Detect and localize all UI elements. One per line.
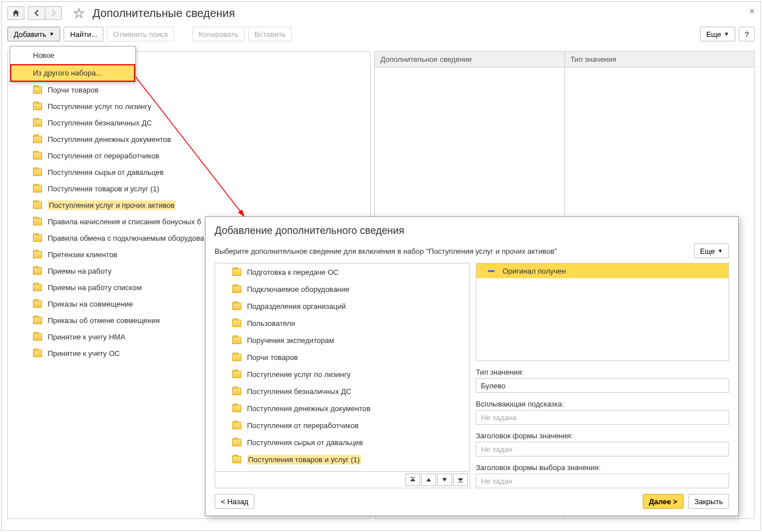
modal-tree-item[interactable]: Поручения экспедиторам (215, 332, 470, 349)
modal-more-label: Еще (700, 247, 715, 255)
nav-forward-button[interactable] (45, 6, 62, 20)
caret-down-icon: ▼ (49, 31, 54, 37)
page-title: Дополнительные сведения (93, 7, 235, 20)
close-modal-button[interactable]: Закрыть (688, 494, 729, 509)
tree-item-label: Претензии клиентов (48, 250, 118, 259)
modal-tree-item[interactable]: Поступления безналичных ДС (215, 383, 470, 400)
arrow-left-icon (34, 10, 40, 16)
tree-item[interactable]: Порчи товаров (8, 82, 370, 98)
tree-item-label: Принятие к учету ОС (48, 349, 120, 358)
modal-tree-item-label: Поступления сырья от давальцев (247, 438, 363, 447)
tooltip-label: Всплывающая подсказка: (476, 400, 729, 408)
tree-item-label: Приемы на работу списком (48, 283, 141, 292)
folder-icon (232, 320, 241, 327)
paste-button: Вставить (248, 27, 292, 41)
form-value-field[interactable] (476, 442, 729, 456)
tree-item-label: Порчи товаров (48, 86, 99, 94)
modal-tree-item-label: Поручения экспедиторам (247, 336, 334, 345)
modal-tree-item[interactable]: Подразделения организаций (215, 298, 470, 315)
folder-icon (232, 422, 241, 429)
modal-tree-item[interactable]: Поступления денежных документов (215, 400, 470, 417)
folder-icon (232, 354, 241, 361)
home-icon (12, 9, 20, 17)
tree-item[interactable]: Поступления товаров и услуг (1) (8, 181, 370, 197)
modal-tree-item-label: Поступления товаров и услуг (1) (247, 455, 361, 464)
tree-item-label: Приказы об отмене совмещения (48, 316, 160, 325)
close-button[interactable]: × (750, 6, 755, 16)
tooltip-field[interactable] (476, 410, 729, 425)
add-dropdown: Новое Из другого набора... (10, 46, 136, 82)
folder-icon (33, 103, 42, 110)
dropdown-item-from-other[interactable]: Из другого набора... (10, 64, 135, 82)
modal-tree-item[interactable]: Порчи товаров (215, 349, 470, 366)
next-button[interactable]: Далее > (643, 494, 684, 509)
dropdown-item-new[interactable]: Новое (10, 47, 135, 64)
tree-item-label: Поступления сырья от давальцев (48, 168, 164, 177)
move-up-button[interactable] (421, 474, 436, 486)
modal-tree-item-label: Поступления денежных документов (247, 404, 370, 413)
form-choice-field[interactable] (476, 474, 729, 488)
tree-item[interactable]: Поступления услуг и прочих активов (8, 197, 370, 213)
folder-icon (232, 337, 241, 344)
tree-item-label: Приемы на работу (48, 267, 111, 275)
folder-icon (33, 218, 42, 225)
folder-icon (33, 119, 42, 127)
modal-tree-item[interactable]: Поступления товаров и услуг (1) (215, 451, 470, 468)
folder-icon (33, 333, 42, 341)
modal-tree-item[interactable]: Подготовка к передаче ОС (215, 263, 470, 280)
tree-item-label: Поступления от переработчиков (48, 152, 160, 160)
order-buttons (215, 471, 470, 488)
modal-more-button[interactable]: Еще▼ (694, 244, 729, 258)
folder-icon (232, 388, 241, 395)
find-button[interactable]: Найти... (64, 27, 103, 41)
add-button[interactable]: Добавить▼ (7, 27, 60, 41)
modal-tree-item[interactable]: Подключаемое оборудование (215, 280, 470, 298)
move-down-button[interactable] (437, 474, 452, 486)
caret-down-icon: ▼ (724, 31, 729, 37)
form-value-label: Заголовок формы значения: (476, 432, 729, 440)
cancel-search-button: Отменить поиск (107, 27, 174, 41)
folder-icon (33, 284, 42, 291)
modal-tree-item-label: Пользователи (247, 319, 295, 328)
nav-back-button[interactable] (28, 6, 45, 20)
selected-item-row[interactable]: Оригинал получен (476, 263, 728, 278)
tree-item-label: Правила обмена с подключаемым оборудова (48, 234, 204, 242)
move-top-icon (410, 477, 416, 483)
move-top-button[interactable] (405, 474, 420, 486)
back-button[interactable]: < Назад (215, 494, 254, 509)
type-label: Тип значения: (476, 368, 729, 376)
modal-tree-list: Подготовка к передаче ОСПодключаемое обо… (215, 263, 470, 471)
more-button[interactable]: Еще▼ (700, 27, 735, 41)
folder-icon (232, 456, 241, 463)
star-icon[interactable] (73, 7, 85, 19)
help-button[interactable]: ? (739, 27, 755, 41)
tree-item[interactable]: Поступления денежных документов (8, 131, 370, 148)
folder-icon (33, 234, 42, 242)
add-attribute-modal: Добавление дополнительного сведения Выбе… (205, 216, 739, 516)
type-value-field[interactable] (476, 378, 729, 393)
folder-icon (33, 300, 42, 308)
home-button[interactable] (7, 6, 24, 20)
selected-item-label: Оригинал получен (503, 267, 566, 275)
tree-item[interactable]: Поступление услуг по лизингу (8, 98, 370, 115)
col-header-2: Тип значения (565, 52, 755, 68)
tree-item[interactable]: Поступления от переработчиков (8, 148, 370, 164)
folder-icon (33, 185, 42, 192)
folder-icon (33, 152, 42, 160)
modal-tree-item[interactable]: Поступление услуг по лизингу (215, 366, 470, 383)
arrow-right-icon (50, 10, 57, 16)
col-header-1: Дополнительное сведение (375, 52, 564, 68)
modal-tree-item-label: Поступления от переработчиков (247, 421, 359, 430)
modal-tree-item[interactable]: Поступления от переработчиков (215, 417, 470, 434)
modal-tree-item[interactable]: Пользователи (215, 315, 470, 332)
folder-icon (232, 303, 241, 310)
tree-item-label: Приказы на совмещение (48, 300, 133, 308)
attribute-icon (488, 270, 495, 272)
folder-icon (33, 267, 42, 275)
tree-item[interactable]: Поступления безналичных ДС (8, 115, 370, 131)
modal-tree-item[interactable]: Поступления сырья от давальцев (215, 434, 470, 451)
move-bottom-button[interactable] (453, 474, 468, 486)
folder-icon (232, 439, 241, 446)
tree-item[interactable]: Поступления сырья от давальцев (8, 164, 370, 181)
folder-icon (33, 251, 42, 258)
